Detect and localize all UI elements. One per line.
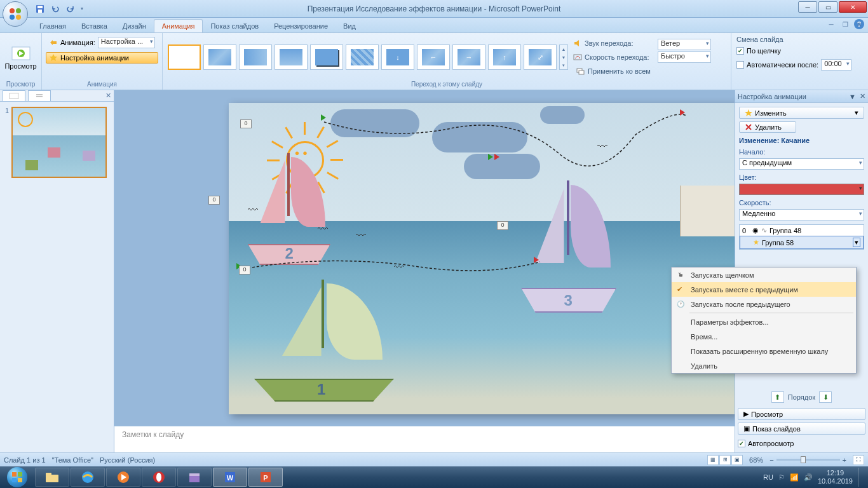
sound-dropdown[interactable]: Ветер: [658, 39, 711, 50]
item-dropdown-icon[interactable]: ▾: [853, 238, 860, 247]
tab-slideshow[interactable]: Показ слайдов: [203, 20, 266, 32]
transition-item[interactable]: [346, 44, 379, 70]
tray-clock[interactable]: 12:19 10.04.2019: [818, 469, 853, 485]
transition-item[interactable]: ⤢: [524, 44, 557, 70]
effect-speed-dropdown[interactable]: Медленно: [739, 209, 864, 220]
taskbar-word[interactable]: W: [213, 468, 247, 487]
zoom-percent[interactable]: 68%: [749, 456, 763, 464]
doc-restore-button[interactable]: ❐: [839, 19, 851, 29]
transition-item[interactable]: ↑: [488, 44, 521, 70]
slide-canvas[interactable]: • • ‿ 〰〰〰〰〰 1: [229, 103, 737, 414]
close-button[interactable]: ✕: [839, 1, 867, 13]
transition-item[interactable]: [239, 44, 272, 70]
transition-item[interactable]: [203, 44, 236, 70]
taskbar-powerpoint[interactable]: P: [248, 468, 283, 487]
ctx-show-timeline[interactable]: Показать расширенную временную шкалу: [672, 344, 856, 358]
boat-3[interactable]: 3: [521, 230, 616, 313]
auto-time-input[interactable]: 00:00: [821, 59, 851, 71]
tab-view[interactable]: Вид: [336, 20, 363, 32]
transition-item[interactable]: ↓: [381, 44, 414, 70]
office-button[interactable]: [3, 1, 28, 27]
status-language[interactable]: Русский (Россия): [100, 456, 155, 464]
transition-item[interactable]: ←: [417, 44, 450, 70]
speed-dropdown[interactable]: Быстро: [658, 51, 711, 63]
undo-icon[interactable]: [48, 2, 62, 16]
transition-item[interactable]: [275, 44, 308, 70]
zoom-out-button[interactable]: −: [770, 456, 773, 464]
animation-list: 0 ◉ ∿ Группа 48 ★ Группа 58 ▾: [739, 224, 864, 250]
start-dropdown[interactable]: С предыдущим: [739, 158, 864, 170]
transition-item[interactable]: [310, 44, 343, 70]
tray-volume-icon[interactable]: 🔊: [804, 473, 813, 482]
gallery-scroll[interactable]: ▲▼▾: [559, 44, 568, 70]
preview-button[interactable]: Просмотр: [3, 43, 39, 72]
ctx-start-with-previous[interactable]: Запускать вместе с предыдущим: [672, 282, 856, 297]
save-icon[interactable]: [33, 2, 47, 16]
doc-minimize-button[interactable]: ─: [825, 19, 837, 29]
svg-rect-5: [37, 6, 43, 8]
zoom-slider[interactable]: [776, 459, 840, 461]
tab-review[interactable]: Рецензирование: [266, 20, 336, 32]
zoom-in-button[interactable]: +: [843, 456, 846, 464]
show-desktop-button[interactable]: [858, 468, 863, 487]
taskbar-opera[interactable]: [142, 468, 176, 487]
anim-marker[interactable]: 0: [208, 196, 220, 205]
minimize-button[interactable]: ─: [798, 1, 817, 13]
sorter-view-button[interactable]: ⊞: [719, 455, 731, 465]
play-button[interactable]: ▶Просмотр: [738, 408, 865, 420]
boat-1[interactable]: 1: [254, 325, 394, 402]
tab-design[interactable]: Дизайн: [115, 20, 154, 32]
ctx-remove[interactable]: Удалить: [672, 358, 856, 373]
tray-language[interactable]: RU: [763, 473, 773, 481]
ctx-timing[interactable]: Время...: [672, 329, 856, 344]
slide-thumbnail[interactable]: [11, 107, 107, 178]
autopreview-checkbox[interactable]: ✔: [738, 440, 745, 447]
apply-all-button[interactable]: Применить ко всем: [573, 65, 654, 78]
on-click-checkbox[interactable]: ✔: [736, 47, 744, 55]
taskbar-winrar[interactable]: [177, 468, 212, 487]
tray-action-icon[interactable]: ⚐: [778, 473, 785, 482]
taskpane-close-icon[interactable]: ✕: [860, 92, 865, 100]
animation-dropdown[interactable]: Анимация: Настройка ...: [46, 36, 158, 50]
ctx-effect-options[interactable]: Параметры эффектов...: [672, 315, 856, 329]
tray-network-icon[interactable]: 📶: [790, 473, 799, 482]
animation-list-item[interactable]: 0 ◉ ∿ Группа 48: [740, 225, 864, 236]
reorder-down-button[interactable]: ⬇: [819, 391, 832, 403]
remove-effect-button[interactable]: Удалить: [739, 121, 796, 133]
panel-close-icon[interactable]: ✕: [105, 92, 111, 100]
group-animation: Анимация: [44, 80, 159, 88]
color-dropdown[interactable]: [739, 184, 864, 195]
tab-home[interactable]: Главная: [32, 20, 74, 32]
svg-point-3: [16, 15, 21, 20]
custom-animation-button[interactable]: Настройка анимации: [46, 52, 158, 64]
ctx-start-on-click[interactable]: 🖱Запускать щелчком: [672, 268, 856, 282]
redo-icon[interactable]: [64, 2, 78, 16]
slideshow-button[interactable]: ▣Показ слайдов: [738, 423, 865, 435]
anim-marker[interactable]: 0: [239, 266, 250, 274]
auto-after-checkbox[interactable]: [736, 61, 744, 69]
change-effect-button[interactable]: Изменить▾: [739, 107, 864, 119]
normal-view-button[interactable]: ▦: [707, 455, 719, 465]
ctx-start-after-previous[interactable]: 🕐Запускать после предыдущего: [672, 297, 856, 311]
slideshow-view-button[interactable]: ▣: [731, 455, 743, 465]
animation-list-item[interactable]: ★ Группа 58 ▾: [740, 236, 864, 249]
boat-2[interactable]: 2: [248, 195, 330, 265]
start-button[interactable]: [0, 466, 34, 488]
tab-animation[interactable]: Анимация: [154, 19, 203, 32]
slides-tab[interactable]: [3, 90, 25, 101]
transition-none[interactable]: [168, 44, 201, 70]
transition-item[interactable]: →: [452, 44, 485, 70]
reorder-up-button[interactable]: ⬆: [771, 391, 784, 403]
taskbar-ie[interactable]: [71, 468, 105, 487]
maximize-button[interactable]: ▭: [818, 1, 837, 13]
fit-window-button[interactable]: ⛶: [853, 455, 864, 465]
outline-tab[interactable]: [28, 90, 51, 101]
anim-marker[interactable]: 0: [497, 221, 508, 230]
qat-dropdown-icon[interactable]: ▾: [79, 2, 85, 16]
taskpane-menu-icon[interactable]: ▼: [849, 93, 856, 100]
taskbar-media[interactable]: [106, 468, 140, 487]
tab-insert[interactable]: Вставка: [74, 20, 115, 32]
anim-marker[interactable]: 0: [240, 119, 252, 128]
doc-close-button[interactable]: ✕: [853, 19, 865, 29]
taskbar-explorer[interactable]: [35, 468, 69, 487]
